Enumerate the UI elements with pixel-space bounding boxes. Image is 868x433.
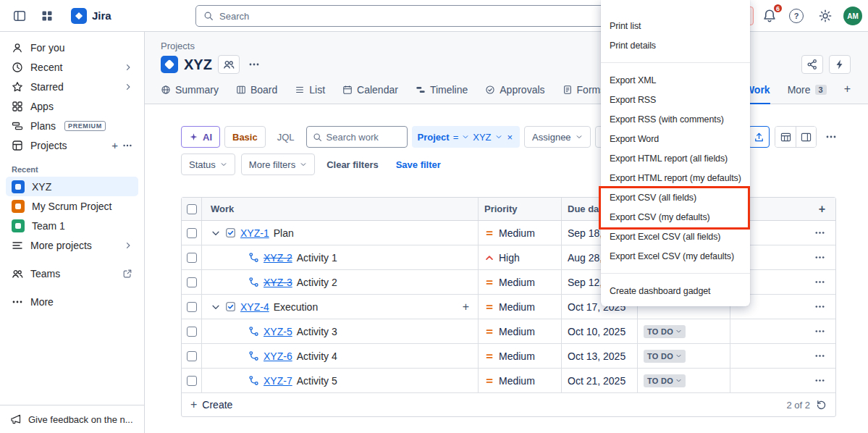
row-checkbox[interactable] <box>187 351 197 361</box>
row-checkbox[interactable] <box>187 302 197 312</box>
work-item-key[interactable]: XYZ-4 <box>240 301 269 313</box>
feedback-button[interactable]: Give feedback on the n... <box>0 405 144 433</box>
row-more-button[interactable] <box>814 227 825 238</box>
row-more-button[interactable] <box>814 326 825 337</box>
menu-item-export-csv-my-defaults[interactable]: Export CSV (my defaults) <box>601 207 750 227</box>
row-checkbox[interactable] <box>187 327 197 337</box>
sidebar-item-starred[interactable]: Starred <box>6 77 138 96</box>
sidebar-item-teams[interactable]: Teams <box>6 264 138 283</box>
work-item-key[interactable]: XYZ-3 <box>264 277 292 288</box>
table-row[interactable]: XYZ-7 Activity 5 Medium Oct 21, 2025 TO … <box>182 369 835 393</box>
tab-summary[interactable]: Summary <box>161 84 219 104</box>
menu-item-export-csv-all-fields[interactable]: Export CSV (all fields) <box>601 188 750 207</box>
project-more-button[interactable] <box>245 59 263 70</box>
tab-approvals[interactable]: Approvals <box>485 84 544 104</box>
notifications-button[interactable]: 6 <box>761 7 778 25</box>
row-checkbox[interactable] <box>187 228 197 238</box>
sidebar-project-xyz[interactable]: XYZ <box>6 177 138 196</box>
sidebar-toggle-icon[interactable] <box>9 5 30 27</box>
work-item-key[interactable]: XYZ-6 <box>264 350 292 362</box>
help-button[interactable]: ? <box>785 5 807 27</box>
sidebar-item-more-projects[interactable]: More projects <box>6 235 138 255</box>
menu-item-print-details[interactable]: Print details <box>601 35 750 55</box>
menu-item-export-excel-csv-defaults[interactable]: Export Excel CSV (my defaults) <box>601 246 750 266</box>
refresh-icon[interactable] <box>816 400 827 411</box>
row-more-button[interactable] <box>814 277 825 287</box>
status-badge[interactable]: TO DO <box>644 374 686 387</box>
menu-item-export-rss-comments[interactable]: Export RSS (with comments) <box>601 109 750 129</box>
global-search[interactable] <box>195 5 630 27</box>
ai-button[interactable]: AI <box>181 126 220 148</box>
menu-item-export-rss[interactable]: Export RSS <box>601 90 750 109</box>
assignee-filter-button[interactable]: Assignee <box>524 126 590 148</box>
work-item-summary[interactable]: Activity 5 <box>297 375 337 387</box>
tab-list[interactable]: List <box>295 84 325 104</box>
automation-button[interactable] <box>829 55 851 74</box>
save-filter-button[interactable]: Save filter <box>390 159 447 170</box>
basic-mode-button[interactable]: Basic <box>224 126 266 148</box>
menu-item-export-word[interactable]: Export Word <box>601 129 750 148</box>
project-members-button[interactable] <box>218 55 240 74</box>
row-checkbox[interactable] <box>187 253 197 263</box>
tab-timeline[interactable]: Timeline <box>416 84 468 104</box>
menu-item-export-html-defaults[interactable]: Export HTML report (my defaults) <box>601 168 750 188</box>
work-item-summary[interactable]: Activity 1 <box>297 252 337 264</box>
status-badge[interactable]: TO DO <box>644 325 686 338</box>
app-switcher-icon[interactable] <box>36 5 58 27</box>
work-item-summary[interactable]: Activity 3 <box>297 326 337 337</box>
share-button[interactable] <box>801 55 823 74</box>
row-more-button[interactable] <box>814 252 825 263</box>
row-more-button[interactable] <box>814 350 825 361</box>
tab-calendar[interactable]: Calendar <box>342 84 398 104</box>
menu-item-export-excel-csv-all[interactable]: Export Excel CSV (all fields) <box>601 227 750 246</box>
export-button[interactable] <box>748 126 770 148</box>
work-item-summary[interactable]: Execution <box>274 301 318 313</box>
work-item-key[interactable]: XYZ-7 <box>264 375 292 387</box>
column-header-work[interactable]: Work <box>202 198 479 220</box>
menu-item-export-xml[interactable]: Export XML <box>601 70 750 90</box>
table-row[interactable]: XYZ-5 Activity 3 Medium Oct 10, 2025 TO … <box>182 319 835 344</box>
sidebar-item-for-you[interactable]: For you <box>6 38 138 57</box>
jql-mode-button[interactable]: JQL <box>270 126 302 148</box>
projects-more-icon[interactable] <box>122 140 132 151</box>
work-item-summary[interactable]: Activity 2 <box>297 277 337 288</box>
tab-board[interactable]: Board <box>236 84 277 104</box>
clear-filters-button[interactable]: Clear filters <box>321 159 384 170</box>
menu-item-create-dashboard-gadget[interactable]: Create dashboard gadget <box>601 281 750 300</box>
status-filter-button[interactable]: Status <box>181 154 235 175</box>
collapse-chevron-icon[interactable] <box>211 228 221 238</box>
sidebar-item-plans[interactable]: Plans PREMIUM <box>6 116 138 135</box>
work-item-key[interactable]: XYZ-1 <box>240 227 269 239</box>
tab-more[interactable]: More3 <box>788 84 827 104</box>
add-child-button[interactable]: + <box>463 300 472 314</box>
project-filter-chip[interactable]: Project = XYZ × <box>412 126 521 148</box>
column-header-priority[interactable]: Priority <box>479 198 562 220</box>
work-item-summary[interactable]: Plan <box>274 227 294 239</box>
work-item-key[interactable]: XYZ-5 <box>264 326 292 337</box>
detail-view-button[interactable] <box>796 127 816 147</box>
status-badge[interactable]: TO DO <box>644 350 686 363</box>
more-filters-button[interactable]: More filters <box>241 154 315 175</box>
row-checkbox[interactable] <box>187 376 197 386</box>
sidebar-item-apps[interactable]: Apps <box>6 96 138 116</box>
tab-forms[interactable]: Forms <box>562 84 606 104</box>
settings-button[interactable] <box>814 5 836 27</box>
jira-logo[interactable]: Jira <box>71 8 111 24</box>
select-all-checkbox[interactable] <box>187 204 197 214</box>
table-view-button[interactable] <box>775 127 796 147</box>
add-tab-button[interactable]: + <box>844 83 851 104</box>
add-project-button[interactable]: + <box>111 139 118 151</box>
collapse-chevron-icon[interactable] <box>211 302 221 312</box>
sidebar-item-projects[interactable]: Projects + <box>6 135 138 155</box>
row-more-button[interactable] <box>814 375 825 386</box>
sidebar-project-team-1[interactable]: Team 1 <box>6 216 138 235</box>
clear-project-filter-icon[interactable]: × <box>506 132 515 143</box>
toolbar-more-button[interactable] <box>822 126 840 148</box>
sidebar-project-my-scrum-project[interactable]: My Scrum Project <box>6 196 138 216</box>
create-button[interactable]: +Create <box>190 398 232 411</box>
sidebar-item-recent[interactable]: Recent <box>6 57 138 77</box>
sidebar-item-more[interactable]: More <box>6 292 138 311</box>
work-item-summary[interactable]: Activity 4 <box>297 350 337 362</box>
row-checkbox[interactable] <box>187 277 197 287</box>
menu-item-export-html-all[interactable]: Export HTML report (all fields) <box>601 148 750 168</box>
